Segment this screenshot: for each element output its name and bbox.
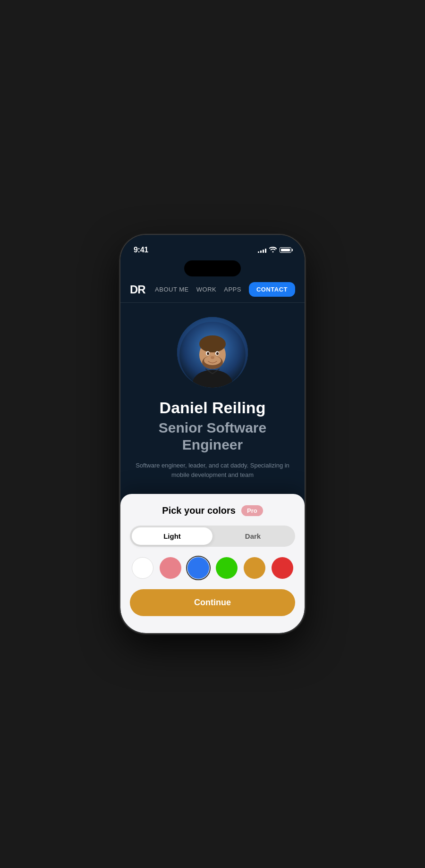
nav-links: ABOUT ME WORK APPS CONTACT <box>155 282 295 297</box>
svg-point-10 <box>207 352 209 355</box>
nav-link-apps[interactable]: APPS <box>224 286 241 293</box>
main-content: Daniel Reiling Senior Software Engineer … <box>120 303 305 489</box>
theme-toggle[interactable]: Light Dark <box>130 526 295 547</box>
sheet-header: Pick your colors Pro <box>130 505 295 516</box>
nav-link-work[interactable]: WORK <box>196 286 216 293</box>
swatch-green[interactable] <box>216 557 238 579</box>
battery-icon <box>280 247 291 253</box>
pro-badge[interactable]: Pro <box>241 505 263 516</box>
dynamic-island <box>184 260 241 276</box>
svg-point-11 <box>216 352 219 355</box>
status-icons <box>258 246 291 254</box>
swatch-white[interactable] <box>132 557 153 579</box>
status-time: 9:41 <box>134 246 148 254</box>
navigation-bar: DR ABOUT ME WORK APPS CONTACT <box>120 276 305 303</box>
swatch-red[interactable] <box>272 557 293 579</box>
nav-link-about[interactable]: ABOUT ME <box>155 286 189 293</box>
nav-logo[interactable]: DR <box>130 283 145 296</box>
wifi-icon <box>269 246 277 254</box>
color-picker-sheet: Pick your colors Pro Light Dark Continue <box>120 494 305 633</box>
toggle-light[interactable]: Light <box>132 527 212 545</box>
continue-button[interactable]: Continue <box>130 589 295 616</box>
sheet-title: Pick your colors <box>162 505 236 516</box>
phone-frame: 9:41 <box>120 235 305 633</box>
avatar <box>177 317 248 388</box>
swatch-blue[interactable] <box>187 557 209 579</box>
hero-name: Daniel Reiling <box>160 399 266 417</box>
hero-title: Senior Software Engineer <box>130 419 295 453</box>
swatch-pink[interactable] <box>160 557 181 579</box>
svg-point-5 <box>201 336 224 349</box>
nav-contact-button[interactable]: CONTACT <box>249 282 295 297</box>
phone-screen: 9:41 <box>120 235 305 633</box>
hero-description: Software engineer, leader, and cat daddy… <box>130 461 295 479</box>
swatch-gold[interactable] <box>244 557 265 579</box>
color-swatches <box>130 557 295 579</box>
toggle-dark[interactable]: Dark <box>212 527 293 545</box>
avatar-circle <box>177 317 248 388</box>
svg-point-12 <box>211 356 214 359</box>
status-bar: 9:41 <box>120 235 305 259</box>
signal-icon <box>258 247 266 253</box>
